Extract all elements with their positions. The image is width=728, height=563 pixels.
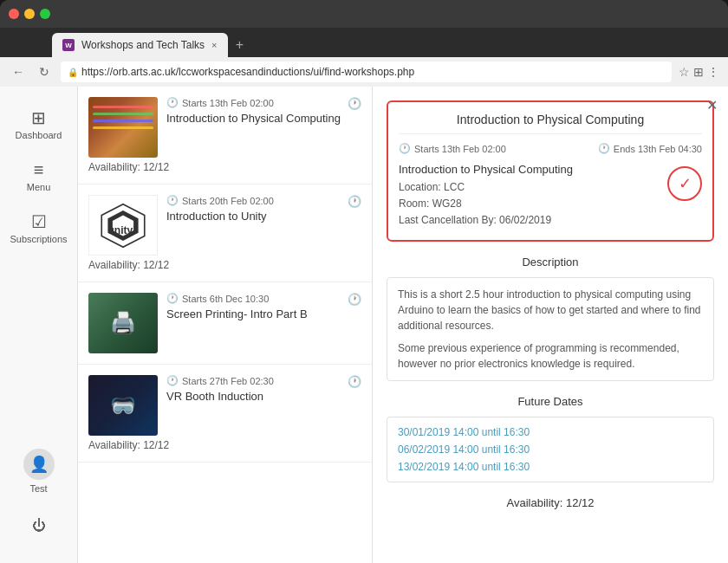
bookmark-icon[interactable]: ☆ [679, 65, 690, 79]
sidebar-menu-label: Menu [27, 182, 51, 192]
future-date-3[interactable]: 13/02/2019 14:00 until 16:30 [398, 461, 703, 473]
workshop-calendar-icon-1[interactable]: 🕐 [348, 97, 361, 110]
clock-icon-3: 🕐 [166, 293, 179, 304]
sidebar-dashboard-label: Dashboard [16, 130, 62, 140]
workshop-item-1[interactable]: 🕐 Starts 13th Feb 02:00 Introduction to … [78, 87, 372, 184]
future-dates-section-title: Future Dates [387, 395, 714, 408]
minimize-button[interactable] [24, 9, 35, 19]
workshop-item-2[interactable]: unity 🕐 Starts 20th Feb 02:00 Introducti… [78, 184, 372, 282]
workshop-title-4: VR Booth Induction [166, 390, 361, 403]
sidebar-item-power[interactable]: ⏻ [4, 509, 74, 542]
maximize-button[interactable] [40, 9, 50, 19]
selected-card-title: Introduction to Physical Computing [399, 113, 702, 134]
card-detail-cancellation: Last Cancellation By: 06/02/2019 [399, 212, 657, 229]
address-bar: ← ↻ 🔒 https://orb.arts.ac.uk/lccworkspac… [0, 57, 728, 87]
workshop-time-text-3: Starts 6th Dec 10:30 [182, 294, 269, 304]
future-date-1[interactable]: 30/01/2019 14:00 until 16:30 [398, 426, 703, 438]
workshop-info-3: 🕐 Starts 6th Dec 10:30 Screen Printing- … [166, 293, 361, 326]
app-container: ⊞ Dashboard ≡ Menu ☑ Subscriptions 👤 Tes… [0, 87, 728, 563]
workshop-time-3: 🕐 Starts 6th Dec 10:30 [166, 293, 361, 304]
workshop-time-text-1: Starts 13th Feb 02:00 [182, 98, 274, 108]
subscriptions-icon: ☑ [31, 213, 47, 230]
svg-text:unity: unity [107, 224, 133, 236]
workshop-info-4: 🕐 Starts 27th Feb 02:30 VR Booth Inducti… [166, 375, 361, 408]
description-p2: Some previous experience of programming … [398, 340, 703, 372]
detail-panel: ✕ Introduction to Physical Computing 🕐 S… [373, 87, 728, 563]
dashboard-icon: ⊞ [31, 109, 46, 126]
unity-logo-svg: unity [97, 202, 149, 249]
workshop-calendar-icon-2[interactable]: 🕐 [348, 195, 361, 208]
future-dates-box: 30/01/2019 14:00 until 16:30 06/02/2019 … [387, 417, 714, 482]
back-button[interactable]: ← [9, 62, 28, 81]
power-icon: ⏻ [32, 518, 46, 534]
sidebar-subscriptions-label: Subscriptions [10, 234, 67, 244]
detail-close-button[interactable]: ✕ [706, 97, 718, 113]
card-detail-room: Room: WG28 [399, 196, 657, 212]
active-tab[interactable]: W Workshops and Tech Talks × [52, 33, 228, 57]
sidebar-user-label: Test [29, 483, 47, 494]
refresh-button[interactable]: ↻ [35, 62, 54, 81]
clock-icon-2: 🕐 [166, 195, 179, 206]
avatar-icon: 👤 [23, 449, 55, 480]
start-time-text: Starts 13th Feb 02:00 [414, 144, 506, 154]
workshop-thumb-1 [88, 97, 158, 158]
sidebar-bottom: 👤 Test ⏻ [4, 440, 74, 549]
end-clock-icon: 🕐 [598, 143, 610, 154]
workshop-availability-2: Availability: 12/12 [88, 259, 361, 271]
lock-icon: 🔒 [68, 68, 78, 77]
workshop-time-text-4: Starts 27th Feb 02:30 [182, 376, 274, 386]
sidebar: ⊞ Dashboard ≡ Menu ☑ Subscriptions 👤 Tes… [0, 87, 78, 563]
description-p1: This is a short 2.5 hour introduction to… [398, 287, 703, 333]
start-clock-icon: 🕐 [399, 143, 411, 154]
title-bar [0, 0, 728, 28]
workshop-item-4[interactable]: 🥽 🕐 Starts 27th Feb 02:30 VR Booth Induc… [78, 365, 372, 463]
card-details: Introduction to Physical Computing Locat… [399, 163, 657, 230]
card-start-time: 🕐 Starts 13th Feb 02:00 [399, 143, 506, 154]
selected-workshop-card: Introduction to Physical Computing 🕐 Sta… [387, 100, 714, 242]
workshop-time-text-2: Starts 20th Feb 02:00 [182, 196, 274, 206]
workshop-calendar-icon-4[interactable]: 🕐 [348, 375, 361, 388]
card-detail-location: Location: LCC [399, 179, 657, 196]
workshop-time-1: 🕐 Starts 13th Feb 02:00 [166, 97, 361, 108]
workshop-info-2: 🕐 Starts 20th Feb 02:00 Introduction to … [166, 195, 361, 228]
menu-nav-icon: ≡ [34, 161, 44, 178]
clock-icon-4: 🕐 [166, 375, 179, 386]
sidebar-item-dashboard[interactable]: ⊞ Dashboard [4, 100, 74, 149]
extensions-icon[interactable]: ⊞ [693, 65, 704, 79]
workshop-time-4: 🕐 Starts 27th Feb 02:30 [166, 375, 361, 386]
browser-chrome: W Workshops and Tech Talks × + ← ↻ 🔒 htt… [0, 0, 728, 87]
tab-favicon: W [62, 39, 75, 51]
workshop-thumb-3: 🖨️ [88, 293, 158, 353]
detail-availability: Availability: 12/12 [387, 496, 714, 509]
end-time-text: Ends 13th Feb 04:30 [614, 144, 702, 154]
workshop-title-3: Screen Printing- Intro Part B [166, 307, 361, 320]
tab-title: Workshops and Tech Talks [81, 39, 205, 51]
new-tab-button[interactable]: + [228, 33, 252, 57]
card-times: 🕐 Starts 13th Feb 02:00 🕐 Ends 13th Feb … [399, 143, 702, 154]
menu-icon[interactable]: ⋮ [707, 65, 719, 79]
card-end-time: 🕐 Ends 13th Feb 04:30 [598, 143, 702, 154]
workshop-title-1: Introduction to Physical Computing [166, 112, 361, 125]
description-section-title: Description [387, 256, 714, 269]
sidebar-item-user[interactable]: 👤 Test [4, 440, 74, 502]
tab-close-button[interactable]: × [211, 40, 217, 50]
card-body: Introduction to Physical Computing Locat… [399, 163, 702, 230]
sidebar-item-menu[interactable]: ≡ Menu [4, 152, 74, 201]
checkmark-icon: ✓ [679, 174, 692, 193]
workshop-time-2: 🕐 Starts 20th Feb 02:00 [166, 195, 361, 206]
url-text: https://orb.arts.ac.uk/lccworkspacesandi… [81, 66, 414, 78]
description-box: This is a short 2.5 hour introduction to… [387, 277, 714, 381]
address-bar-actions: ☆ ⊞ ⋮ [679, 65, 719, 79]
future-date-2[interactable]: 06/02/2019 14:00 until 16:30 [398, 443, 703, 456]
workshop-list: 🕐 Starts 13th Feb 02:00 Introduction to … [78, 87, 373, 563]
clock-icon-1: 🕐 [166, 97, 179, 108]
workshop-thumb-4: 🥽 [88, 375, 158, 436]
sidebar-item-subscriptions[interactable]: ☑ Subscriptions [4, 204, 74, 253]
workshop-calendar-icon-3[interactable]: 🕐 [348, 293, 361, 306]
tab-bar: W Workshops and Tech Talks × + [0, 28, 728, 57]
url-bar[interactable]: 🔒 https://orb.arts.ac.uk/lccworkspacesan… [61, 61, 672, 82]
check-circle-button[interactable]: ✓ [667, 166, 702, 201]
workshop-item-3[interactable]: 🖨️ 🕐 Starts 6th Dec 10:30 Screen Printin… [78, 282, 372, 365]
close-button[interactable] [9, 9, 19, 19]
workshop-availability-1: Availability: 12/12 [88, 161, 361, 173]
